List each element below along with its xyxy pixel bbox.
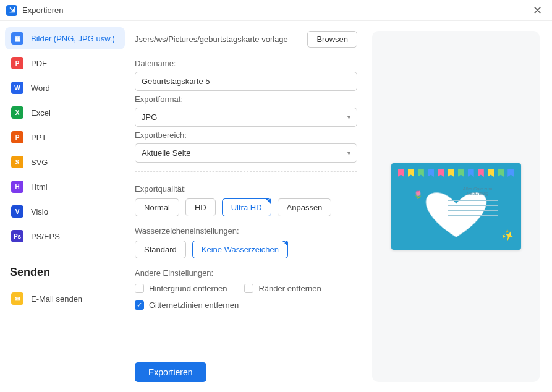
sidebar-item-images[interactable]: ▦Bilder (PNG, JPG usw.) — [5, 27, 125, 49]
sidebar-item-word[interactable]: WWord — [5, 77, 125, 99]
sidebar-item-svg[interactable]: SSVG — [5, 151, 125, 173]
sidebar-item-label: SVG — [31, 158, 48, 167]
check-label: Ränder entfernen — [258, 284, 321, 293]
sidebar-item-label: Html — [31, 182, 48, 192]
sidebar-item-label: Word — [31, 83, 50, 93]
export-button[interactable]: Exportieren — [135, 362, 206, 382]
chevron-down-icon: ▾ — [347, 114, 350, 121]
format-value: JPG — [142, 113, 157, 122]
sidebar-item-label: Visio — [31, 207, 48, 216]
range-label: Exportbereich: — [135, 130, 357, 140]
image-icon: ▦ — [11, 32, 23, 45]
range-value: Aktuelle Seite — [142, 148, 191, 158]
range-select[interactable]: Aktuelle Seite▾ — [135, 143, 357, 163]
send-section-title: Senden — [10, 266, 120, 279]
window-title: Exportieren — [22, 6, 63, 15]
check-remove-margins[interactable]: Ränder entfernen — [244, 284, 321, 293]
banner-flags — [391, 169, 521, 178]
filename-input[interactable] — [135, 72, 357, 91]
visio-icon: V — [11, 205, 23, 218]
mail-icon: ✉ — [11, 292, 23, 305]
sidebar-item-label: PDF — [31, 59, 47, 68]
sidebar-item-label: PS/EPS — [31, 232, 60, 241]
preview-panel: Alles Gute zum Geburtstag 🌷 ✨ — [372, 31, 540, 382]
quality-normal[interactable]: Normal — [135, 198, 179, 216]
filename-label: Dateiname: — [135, 59, 357, 68]
ps-icon: Ps — [11, 230, 23, 242]
path-display: Jsers/ws/Pictures/geburtstagskarte vorla… — [135, 35, 301, 44]
preview-card: Alles Gute zum Geburtstag 🌷 ✨ — [391, 163, 521, 250]
svg-icon: S — [11, 156, 23, 168]
sidebar-item-visio[interactable]: VVisio — [5, 200, 125, 223]
sidebar-item-ppt[interactable]: PPPT — [5, 126, 125, 148]
watermark-label: Wasserzeicheneinstellungen: — [135, 226, 357, 236]
quality-ultra-hd[interactable]: Ultra HD — [222, 198, 271, 216]
excel-icon: X — [11, 106, 23, 119]
sidebar-item-label: PPT — [31, 133, 46, 142]
other-settings-label: Andere Einstellungen: — [135, 268, 357, 278]
app-icon: ⇲ — [6, 5, 17, 16]
sidebar-item-pdf[interactable]: PPDF — [5, 52, 125, 74]
checkbox-icon — [135, 284, 144, 293]
check-label: Gitternetzlinien entfernen — [149, 300, 239, 310]
close-icon[interactable]: ✕ — [529, 2, 546, 19]
browse-button[interactable]: Browsen — [307, 31, 357, 48]
card-headline: Alles Gute zum Geburtstag — [458, 187, 498, 195]
checkbox-checked-icon: ✓ — [135, 300, 144, 310]
writing-lines — [448, 200, 498, 220]
check-remove-background[interactable]: Hintergrund entfernen — [135, 284, 227, 293]
sidebar-item-label: Excel — [31, 108, 51, 117]
divider — [135, 171, 357, 172]
sidebar-item-ps[interactable]: PsPS/EPS — [5, 225, 125, 247]
watermark-none[interactable]: Keine Wasserzeichen — [192, 241, 288, 258]
check-remove-gridlines[interactable]: ✓Gitternetzlinien entfernen — [135, 300, 239, 310]
format-select[interactable]: JPG▾ — [135, 108, 357, 127]
pdf-icon: P — [11, 57, 23, 69]
sidebar-item-html[interactable]: HHtml — [5, 176, 125, 198]
quality-custom[interactable]: Anpassen — [278, 198, 332, 216]
titlebar: ⇲ Exportieren ✕ — [0, 0, 552, 21]
check-label: Hintergrund entfernen — [149, 284, 227, 293]
ppt-icon: P — [11, 131, 23, 143]
sidebar: ▦Bilder (PNG, JPG usw.) PPDF WWord XExce… — [0, 21, 130, 392]
sidebar-item-label: E-Mail senden — [31, 294, 82, 304]
quality-hd[interactable]: HD — [185, 198, 216, 216]
flower-icon: 🌷 — [414, 190, 423, 199]
html-icon: H — [11, 181, 23, 193]
word-icon: W — [11, 82, 23, 94]
sidebar-item-excel[interactable]: XExcel — [5, 101, 125, 124]
sidebar-item-label: Bilder (PNG, JPG usw.) — [31, 34, 115, 43]
chevron-down-icon: ▾ — [347, 150, 350, 156]
quality-label: Exportqualität: — [135, 184, 357, 194]
sidebar-item-email[interactable]: ✉E-Mail senden — [5, 288, 125, 310]
export-form: Jsers/ws/Pictures/geburtstagskarte vorla… — [135, 31, 357, 382]
watermark-standard[interactable]: Standard — [135, 241, 186, 258]
format-label: Exportformat: — [135, 95, 357, 104]
checkbox-icon — [244, 284, 253, 293]
